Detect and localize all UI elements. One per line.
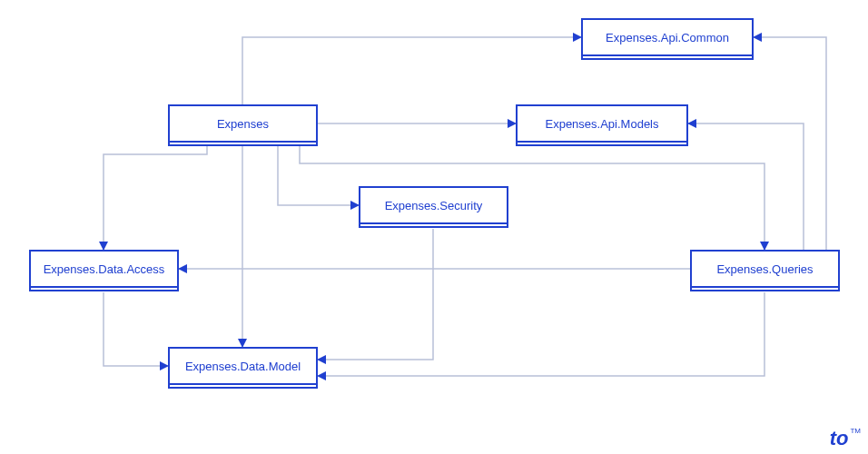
logo-glyph: to	[830, 427, 849, 449]
edge-security-data-model	[318, 229, 433, 360]
node-label: Expenses.Queries	[716, 262, 813, 276]
node-label: Expenses.Data.Model	[185, 360, 301, 373]
toptal-logo: toTM	[830, 427, 861, 450]
node-data-access: Expenses.Data.Access	[29, 250, 179, 288]
edge-data-access-data-model	[104, 292, 168, 366]
node-label: Expenses	[217, 117, 269, 131]
node-label: Expenses.Api.Models	[545, 117, 658, 131]
edge-queries-api-models	[688, 123, 804, 250]
node-api-models: Expenses.Api.Models	[516, 104, 688, 143]
edge-expenses-data-access	[104, 145, 207, 250]
trademark: TM	[850, 427, 861, 435]
node-api-common: Expenses.Api.Common	[581, 18, 754, 56]
node-data-model: Expenses.Data.Model	[168, 347, 318, 385]
node-label: Expenses.Data.Access	[44, 262, 165, 276]
edge-queries-data-model	[318, 292, 764, 376]
node-label: Expenses.Security	[385, 199, 483, 212]
edge-expenses-api-common	[242, 37, 581, 104]
node-security: Expenses.Security	[359, 186, 508, 224]
node-queries: Expenses.Queries	[690, 250, 840, 288]
node-expenses: Expenses	[168, 104, 318, 143]
node-label: Expenses.Api.Common	[606, 31, 729, 44]
edge-expenses-security	[278, 145, 359, 205]
